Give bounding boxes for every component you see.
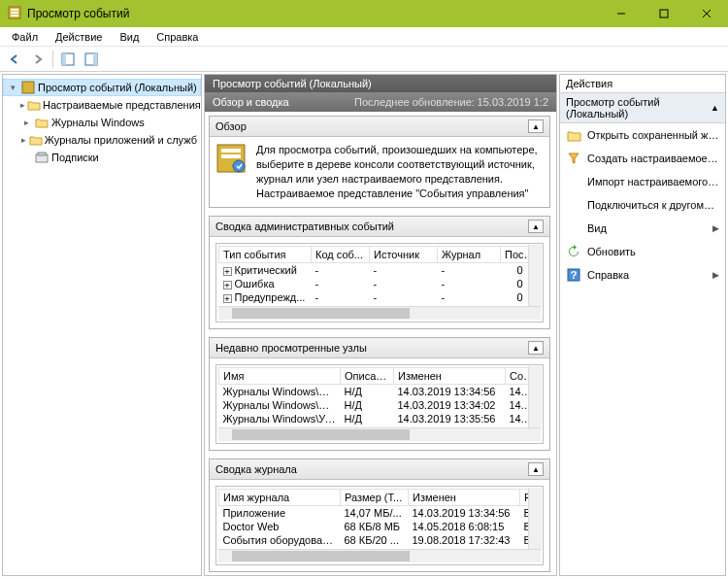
collapse-icon[interactable]: ▲	[528, 341, 544, 355]
tree-twisty[interactable]: ▸	[20, 100, 25, 110]
svg-text:?: ?	[571, 269, 578, 281]
tree-twisty[interactable]: ▸	[20, 118, 32, 127]
overview-header[interactable]: Обзор ▲	[210, 117, 549, 137]
action-label: Импорт настраиваемого пр...	[587, 176, 719, 187]
col-type[interactable]: Тип события	[219, 247, 312, 263]
col-mod[interactable]: Изменен	[409, 490, 520, 506]
tree-twisty[interactable]: ▾	[7, 83, 18, 92]
hscrollbar[interactable]	[218, 427, 541, 441]
summary-section: Сводка журнала ▲ Имя журнала Размер (Т..…	[209, 459, 550, 572]
menu-action[interactable]: Действие	[48, 29, 110, 45]
table-row[interactable]: Doctor Web68 КБ/8 МБ14.05.2018 6:08:15Вк…	[219, 520, 541, 533]
action-open-saved[interactable]: Открыть сохраненный жу...	[560, 123, 725, 147]
actions-group-label: Просмотр событий (Локальный)	[566, 96, 711, 119]
minimize-button[interactable]	[600, 0, 643, 27]
menu-file[interactable]: Файл	[4, 29, 46, 45]
col-mod[interactable]: Изменен	[394, 368, 506, 385]
summary-header[interactable]: Сводка журнала ▲	[210, 459, 549, 480]
collapse-icon[interactable]: ▲	[528, 462, 544, 476]
subscriptions-icon	[34, 150, 50, 165]
recent-section: Недавно просмотренные узлы ▲ Имя Описани…	[209, 337, 550, 451]
action-label: Открыть сохраненный жу...	[587, 129, 719, 141]
folder-open-icon	[566, 127, 581, 143]
tree-root-label: Просмотр событий (Локальный)	[38, 82, 197, 93]
forward-button[interactable]	[27, 49, 49, 70]
event-viewer-icon	[20, 80, 36, 95]
connect-icon	[566, 197, 581, 213]
vscrollbar[interactable]	[528, 366, 542, 427]
tree-twisty[interactable]: ▸	[20, 135, 27, 145]
maximize-button[interactable]	[643, 0, 685, 27]
center-pane: Просмотр событий (Локальный) Обзор и сво…	[204, 74, 557, 576]
action-view[interactable]: Вид ▶	[560, 217, 725, 240]
action-connect[interactable]: Подключиться к другому к...	[560, 193, 725, 217]
overview-text: Для просмотра событий, произошедших на к…	[256, 143, 544, 201]
center-subtitle: Обзор и сводка	[213, 96, 289, 108]
svg-rect-16	[221, 149, 241, 153]
last-update: Последнее обновление: 15.03.2019 1:2	[354, 96, 548, 108]
action-label: Справка	[587, 269, 707, 281]
back-button[interactable]	[4, 49, 25, 70]
hscrollbar[interactable]	[218, 306, 541, 320]
col-id[interactable]: Код соб...	[312, 247, 370, 263]
table-row[interactable]: + Предупрежд...---0	[219, 290, 541, 304]
view-icon	[566, 221, 581, 236]
action-label: Создать настраиваемое пре...	[587, 153, 719, 164]
folder-icon	[34, 115, 50, 130]
table-row[interactable]: + Критический---0	[219, 263, 541, 278]
recent-title: Недавно просмотренные узлы	[215, 342, 367, 354]
show-tree-button[interactable]	[57, 49, 79, 70]
svg-rect-5	[660, 10, 668, 17]
recent-header[interactable]: Недавно просмотренные узлы ▲	[210, 338, 549, 358]
table-row[interactable]: Журналы Windows\Уст...Н/Д14.03.2019 13:3…	[219, 412, 541, 425]
action-help[interactable]: ? Справка ▶	[560, 263, 725, 287]
collapse-icon[interactable]: ▲	[528, 220, 544, 233]
toolbar-sep	[52, 51, 53, 68]
table-row[interactable]: Приложение14,07 МБ/...14.03.2019 13:34:5…	[219, 506, 541, 521]
svg-rect-9	[62, 53, 66, 65]
tree-custom-views[interactable]: ▸ Настраиваемые представления	[3, 96, 201, 114]
col-name[interactable]: Имя	[219, 368, 341, 385]
collapse-icon[interactable]: ▲	[528, 119, 544, 133]
action-create-custom[interactable]: Создать настраиваемое пре...	[560, 147, 725, 170]
col-size[interactable]: Размер (Т...	[341, 490, 409, 506]
hscrollbar[interactable]	[218, 549, 541, 562]
table-row[interactable]: События оборудования68 КБ/20 ...19.08.20…	[219, 533, 541, 547]
table-row[interactable]: + Ошибка---0	[219, 277, 541, 290]
vscrollbar[interactable]	[528, 245, 542, 306]
app-icon	[8, 6, 21, 21]
properties-button[interactable]	[81, 49, 102, 70]
filter-icon	[566, 151, 581, 166]
tree-app-logs[interactable]: ▸ Журналы приложений и служб	[3, 131, 201, 149]
help-icon: ?	[566, 267, 581, 283]
close-button[interactable]	[685, 0, 728, 27]
folder-icon	[27, 97, 41, 113]
table-row[interactable]: Журналы Windows\Сис...Н/Д14.03.2019 13:3…	[219, 398, 541, 412]
table-row[interactable]: Журналы Windows\При...Н/Д14.03.2019 13:3…	[219, 385, 541, 399]
tree-root[interactable]: ▾ Просмотр событий (Локальный)	[3, 79, 201, 96]
admin-table: Тип события Код соб... Источник Журнал П…	[218, 246, 541, 304]
center-header: Просмотр событий (Локальный)	[205, 75, 556, 92]
center-body[interactable]: Обзор ▲ Для просмотра событий, произошед…	[205, 112, 556, 575]
svg-rect-11	[93, 53, 97, 65]
summary-title: Сводка журнала	[215, 463, 297, 475]
action-refresh[interactable]: Обновить	[560, 240, 725, 263]
menu-help[interactable]: Справка	[149, 29, 206, 45]
col-desc[interactable]: Описание	[341, 368, 394, 385]
menu-view[interactable]: Вид	[112, 29, 147, 45]
col-log[interactable]: Журнал	[438, 247, 501, 263]
tree-subscriptions[interactable]: Подписки	[3, 149, 201, 166]
action-import-custom[interactable]: Импорт настраиваемого пр...	[560, 170, 725, 193]
vscrollbar[interactable]	[528, 488, 542, 549]
actions-group[interactable]: Просмотр событий (Локальный) ▲	[560, 93, 725, 123]
chevron-right-icon: ▶	[712, 270, 719, 280]
folder-icon	[29, 132, 43, 148]
svg-rect-3	[11, 15, 18, 17]
admin-header[interactable]: Сводка административных событий ▲	[210, 217, 549, 237]
center-subheader: Обзор и сводка Последнее обновление: 15.…	[205, 92, 556, 112]
action-label: Обновить	[587, 246, 719, 257]
col-src[interactable]: Источник	[370, 247, 438, 263]
col-name[interactable]: Имя журнала	[219, 490, 341, 506]
chevron-up-icon: ▲	[711, 103, 719, 113]
tree-windows-logs[interactable]: ▸ Журналы Windows	[3, 114, 201, 131]
